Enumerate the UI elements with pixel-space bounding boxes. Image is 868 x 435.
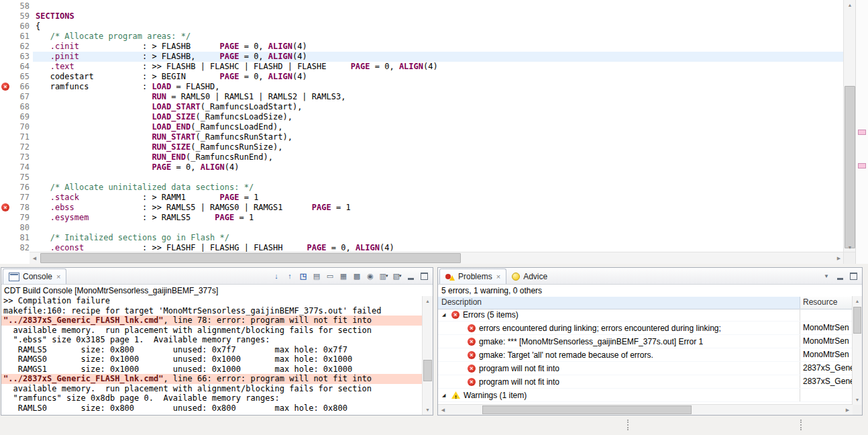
problem-row[interactable]: ×program will not fit into2837xS_Gene — [438, 375, 853, 389]
previous-error-icon[interactable]: ↑ — [284, 270, 296, 282]
overview-ruler[interactable] — [855, 0, 868, 264]
code-line[interactable]: 80 — [0, 223, 844, 233]
code-line[interactable]: 72 RUN_SIZE(_RamfuncsRunSize), — [0, 142, 844, 152]
code-line[interactable]: 67 RUN = RAMLS0 | RAMLS1 | RAMLS2 | RAML… — [0, 92, 844, 102]
line-number: 61 — [11, 32, 33, 42]
problem-row[interactable]: ×gmake: *** [MonoMtrSensorless_gaijinBEM… — [438, 335, 853, 348]
problem-row[interactable]: ×program will not fit into2837xS_Gene — [438, 362, 853, 375]
tab-console[interactable]: Console × — [3, 269, 66, 284]
code-line[interactable]: 68 LOAD_START(_RamfuncsLoadStart), — [0, 102, 844, 112]
error-marker-icon[interactable]: × — [0, 203, 11, 213]
scroll-left-icon[interactable]: ◀ — [438, 405, 448, 415]
annotation-mark[interactable] — [858, 130, 866, 135]
code-line[interactable]: 74 PAGE = 0, ALIGN(4) — [0, 162, 844, 173]
minimize-icon[interactable] — [404, 270, 417, 282]
problems-vertical-scrollbar[interactable]: ▲ ▼ — [852, 296, 862, 405]
scrollbar-thumb[interactable] — [423, 360, 432, 381]
maximize-icon[interactable] — [418, 270, 430, 282]
code-line[interactable]: 60{ — [0, 21, 844, 32]
scroll-down-icon[interactable]: ▼ — [853, 395, 862, 405]
problem-group-row[interactable]: ◢Warnings (1 item) — [438, 389, 853, 402]
line-number: 71 — [11, 132, 33, 142]
scroll-left-icon[interactable]: ◀ — [30, 252, 40, 264]
code-line[interactable]: 62 .cinit : > FLASHB PAGE = 0, ALIGN(4) — [0, 42, 844, 52]
console-line: makefile:160: recipe for target 'MonoMtr… — [1, 306, 423, 316]
console-error-line[interactable]: "../2837xS_Generic_FLASH_lnk.cmd", line … — [1, 316, 423, 326]
minimize-icon[interactable] — [834, 270, 846, 282]
scrollbar-thumb[interactable] — [40, 253, 461, 263]
word-wrap-icon[interactable]: ▩ — [351, 270, 363, 282]
display-selected-console-icon[interactable]: ▥▾ — [378, 270, 390, 282]
tab-problems[interactable]: Problems × — [439, 269, 506, 284]
clear-console-icon[interactable]: ▭ — [324, 270, 336, 282]
console-output[interactable]: >> Compilation failuremakefile:160: reci… — [1, 296, 423, 415]
code-line[interactable]: 76 /* Allocate uninitalized data section… — [0, 183, 844, 193]
line-number: 66 — [11, 82, 33, 92]
column-header-description[interactable]: Description — [438, 297, 800, 309]
code-line[interactable]: ×78 .ebss : >> RAMLS5 | RAMGS0 | RAMGS1 … — [0, 203, 844, 213]
scroll-up-icon[interactable]: ▲ — [844, 0, 856, 10]
problem-row[interactable]: ×gmake: Target 'all' not remade because … — [438, 348, 853, 362]
code-line[interactable]: 82 .econst : >> FLASHF | FLASHG | FLASHH… — [0, 243, 844, 252]
code-line[interactable]: 73 RUN_END(_RamfuncsRunEnd), — [0, 152, 844, 162]
editor-vertical-scrollbar[interactable]: ▲ ▼ — [843, 0, 856, 252]
export-build-log-icon[interactable]: ▤ — [311, 270, 323, 282]
code-line[interactable]: 75 — [0, 173, 844, 183]
code-line[interactable]: 61 /* Allocate program areas: */ — [0, 32, 844, 42]
annotation-mark[interactable] — [858, 163, 866, 168]
code-line[interactable]: 77 .stack : > RAMM1 PAGE = 1 — [0, 193, 844, 203]
close-icon[interactable]: × — [496, 273, 500, 281]
pin-console-icon[interactable]: ◉ — [364, 270, 376, 282]
scroll-up-icon[interactable]: ▲ — [423, 296, 433, 306]
line-number: 76 — [11, 183, 33, 193]
problems-table[interactable]: ◢×Errors (5 items)×errors encountered du… — [438, 308, 853, 405]
code-line[interactable]: 64 .text : >> FLASHB | FLASHC | FLASHD |… — [0, 62, 844, 72]
code-line[interactable]: 71 RUN_START(_RamfuncsRunStart), — [0, 132, 844, 142]
view-menu-icon[interactable]: ▼ — [820, 270, 832, 282]
problems-summary: 5 errors, 1 warning, 0 others — [438, 285, 862, 297]
scroll-up-icon[interactable]: ▲ — [853, 296, 862, 306]
code-line[interactable]: 63 .pinit : > FLASHB, PAGE = 0, ALIGN(4) — [0, 52, 844, 62]
scroll-down-icon[interactable]: ▼ — [844, 242, 856, 252]
code-editor[interactable]: 5859SECTIONS60{61 /* Allocate program ar… — [0, 0, 844, 252]
code-line[interactable]: 79 .esysmem : > RAMLS5 PAGE = 1 — [0, 213, 844, 223]
scrollbar-thumb[interactable] — [853, 307, 861, 334]
code-line[interactable]: 81 /* Initalized sections go in Flash */ — [0, 233, 844, 243]
problem-row[interactable]: ×errors encountered during linking; erro… — [438, 322, 853, 335]
column-header-resource[interactable]: Resource — [800, 297, 853, 309]
tree-expander-icon[interactable]: ◢ — [442, 393, 448, 398]
problems-horizontal-scrollbar[interactable]: ◀ ▶ — [438, 404, 853, 415]
gutter-space — [0, 62, 11, 72]
open-console-icon[interactable]: ▧▾ — [391, 270, 403, 282]
tree-expander-icon[interactable]: ◢ — [442, 312, 448, 318]
maximize-icon[interactable] — [847, 270, 859, 282]
line-number: 75 — [11, 173, 33, 183]
problem-group-row[interactable]: ◢×Errors (5 items) — [438, 308, 853, 322]
code-line[interactable]: 70 LOAD_END(_RamfuncsLoadEnd), — [0, 122, 844, 132]
next-error-icon[interactable]: ↓ — [270, 270, 282, 282]
console-icon — [9, 273, 19, 281]
problems-toolbar: ▼ — [820, 268, 862, 284]
show-error-in-editor-icon[interactable]: ◳ — [297, 270, 309, 282]
tab-advice[interactable]: Advice — [506, 269, 553, 284]
scroll-lock-icon[interactable]: ▦ — [337, 270, 349, 282]
scroll-right-icon[interactable]: ▶ — [834, 252, 844, 264]
console-line: RAMGS0 size: 0x1000 unused: 0x1000 max h… — [1, 354, 423, 365]
scrollbar-thumb[interactable] — [482, 405, 692, 414]
code-line[interactable]: 59SECTIONS — [0, 11, 844, 21]
code-line[interactable]: ×66 ramfuncs : LOAD = FLASHD, — [0, 82, 844, 92]
scroll-right-icon[interactable]: ▶ — [843, 405, 853, 415]
code-line[interactable]: 65 codestart : > BEGIN PAGE = 0, ALIGN(4… — [0, 72, 844, 82]
status-bar — [0, 416, 868, 435]
scrollbar-thumb[interactable] — [845, 86, 855, 248]
scroll-down-icon[interactable]: ▼ — [423, 405, 433, 415]
line-number: 65 — [11, 72, 33, 82]
editor-horizontal-scrollbar[interactable]: ◀ ▶ — [30, 252, 844, 264]
error-marker-icon[interactable]: × — [0, 82, 11, 92]
code-line[interactable]: 69 LOAD_SIZE(_RamfuncsLoadSize), — [0, 112, 844, 122]
console-error-line[interactable]: "../2837xS_Generic_FLASH_lnk.cmd", line … — [1, 374, 423, 384]
console-line: available memory. run placement with ali… — [1, 326, 423, 336]
close-icon[interactable]: × — [56, 273, 60, 281]
code-line[interactable]: 58 — [0, 1, 844, 11]
console-vertical-scrollbar[interactable]: ▲ ▼ — [422, 296, 433, 415]
